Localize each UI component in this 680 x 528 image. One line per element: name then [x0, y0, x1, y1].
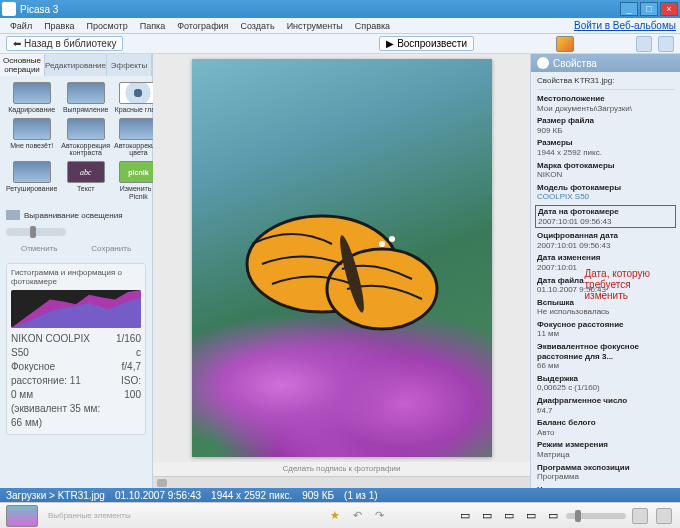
properties-list[interactable]: Свойства KTR31.jpg: МестоположениеМои до… — [531, 72, 680, 488]
focal-mm: 0 мм — [11, 388, 109, 402]
tool-6[interactable]: Ретуширование — [6, 161, 57, 200]
menu-view[interactable]: Просмотр — [81, 21, 134, 31]
view2-icon[interactable]: ▭ — [478, 507, 496, 525]
rotate-left-icon[interactable]: ↶ — [348, 507, 366, 525]
play-icon: ▶ — [386, 38, 394, 49]
prop-label: Оцифрованная дата — [537, 231, 674, 241]
prop-label: Марка фотокамеры — [537, 161, 674, 171]
prop-label: Баланс белого — [537, 418, 674, 428]
back-button[interactable]: ⬅ Назад в библиотеку — [6, 36, 123, 51]
thumb-icon — [556, 36, 574, 52]
tool-icon: picnik — [119, 161, 157, 183]
focal-eq: (эквивалент 35 мм: 66 мм) — [11, 402, 109, 430]
menu-tools[interactable]: Инструменты — [281, 21, 349, 31]
tool-3[interactable]: Мне повезёт! — [6, 118, 57, 157]
tray-thumb[interactable] — [6, 505, 38, 527]
tray-bar: Выбранные элементы ★ ↶ ↷ ▭ ▭ ▭ ▭ ▭ — [0, 502, 680, 528]
prop-value: 2007:10:01 09:56:43 — [538, 217, 673, 227]
aperture-info: f/4,7 — [109, 360, 141, 374]
prop-row: Размер файла909 КБ — [537, 116, 674, 135]
maximize-button[interactable]: □ — [640, 2, 658, 16]
menu-file[interactable]: Файл — [4, 21, 38, 31]
main: Основные операции Редактирование Эффекты… — [0, 54, 680, 488]
view5-icon[interactable]: ▭ — [544, 507, 562, 525]
tool-grid: КадрированиеВыпрямлениеКрасные глазаМне … — [0, 76, 152, 206]
tool-7[interactable]: abcТекст — [61, 161, 110, 200]
fill-light-label: Выравнивание освещения — [24, 211, 146, 220]
prop-value: 0,00625 с (1/160) — [537, 383, 674, 393]
zoom-fit-icon[interactable] — [632, 508, 648, 524]
pin-icon[interactable] — [636, 36, 652, 52]
tag-icon[interactable] — [658, 36, 674, 52]
selected-label: Выбранные элементы — [48, 511, 322, 520]
fill-light-icon — [6, 210, 20, 220]
zoom-100-icon[interactable] — [656, 508, 672, 524]
prop-value: 909 КБ — [537, 126, 674, 136]
status-date: 01.10.2007 9:56:43 — [115, 490, 201, 501]
tool-icon: abc — [67, 161, 105, 183]
prop-row: Режим измеренияМатрица — [537, 440, 674, 459]
prop-label: Фокусное расстояние — [537, 320, 674, 330]
play-button[interactable]: ▶ Воспроизвести — [379, 36, 474, 51]
status-dim: 1944 x 2592 пикс. — [211, 490, 292, 501]
prop-label: Местоположение — [537, 94, 674, 104]
menu-create[interactable]: Создать — [234, 21, 280, 31]
star-icon[interactable]: ★ — [326, 507, 344, 525]
save-button[interactable]: Сохранить — [91, 244, 131, 253]
prop-row: Фокусное расстояние11 мм — [537, 320, 674, 339]
tab-effects[interactable]: Эффекты — [107, 54, 152, 76]
prop-row: Марка фотокамерыNIKON — [537, 161, 674, 180]
tool-label: Текст — [77, 185, 95, 193]
prop-row: Диафрагменное числоf/4.7 — [537, 396, 674, 415]
status-size: 909 КБ — [302, 490, 334, 501]
tool-1[interactable]: Выпрямление — [61, 82, 110, 114]
edit-tabs: Основные операции Редактирование Эффекты — [0, 54, 152, 76]
tab-tuning[interactable]: Редактирование — [45, 54, 107, 76]
tool-icon — [13, 82, 51, 104]
prop-label: Модель фотокамеры — [537, 183, 674, 193]
statusbar: Загрузки > KTR31.jpg 01.10.2007 9:56:43 … — [0, 488, 680, 502]
menubar: Файл Правка Просмотр Папка Фотография Со… — [0, 18, 680, 34]
tool-label: Мне повезёт! — [10, 142, 53, 150]
app-title: Picasa 3 — [20, 4, 58, 15]
arrow-left-icon: ⬅ — [13, 38, 21, 49]
prop-label: Режим измерения — [537, 440, 674, 450]
view3-icon[interactable]: ▭ — [500, 507, 518, 525]
close-button[interactable]: × — [660, 2, 678, 16]
prop-row: Дата на фотокамере2007:10:01 09:56:43 — [535, 205, 676, 228]
iso-info: ISO: 100 — [109, 374, 141, 402]
zoom-slider[interactable] — [566, 513, 626, 519]
prop-label: Диафрагменное число — [537, 396, 674, 406]
toolbar: ⬅ Назад в библиотеку ▶ Воспроизвести — [0, 34, 680, 54]
image-area: Сделать подпись к фотографии — [153, 54, 530, 488]
tab-basic[interactable]: Основные операции — [0, 54, 45, 76]
minimize-button[interactable]: _ — [620, 2, 638, 16]
view4-icon[interactable]: ▭ — [522, 507, 540, 525]
tool-4[interactable]: Автокоррекция контраста — [61, 118, 110, 157]
tool-icon — [119, 82, 157, 104]
app-icon — [2, 2, 16, 16]
prop-label: Эквивалентное фокусное расстояние для 3.… — [537, 342, 674, 361]
prop-value: 1944 x 2592 пикс. — [537, 148, 674, 158]
prop-row: Оцифрованная дата2007:10:01 09:56:43 — [537, 231, 674, 250]
prop-row: Модель фотокамерыCOOLPIX S50 — [537, 183, 674, 202]
filmstrip-scrollbar[interactable] — [153, 476, 530, 488]
undo-button[interactable]: Отменить — [21, 244, 58, 253]
main-image[interactable] — [192, 59, 492, 457]
camera-model: NIKON COOLPIX S50 — [11, 332, 109, 360]
view1-icon[interactable]: ▭ — [456, 507, 474, 525]
menu-photo[interactable]: Фотография — [171, 21, 234, 31]
menu-help[interactable]: Справка — [349, 21, 396, 31]
butterfly-icon — [232, 194, 462, 349]
menu-folder[interactable]: Папка — [134, 21, 172, 31]
prop-value: Авто — [537, 428, 674, 438]
tool-0[interactable]: Кадрирование — [6, 82, 57, 114]
svg-point-3 — [389, 236, 395, 242]
login-link[interactable]: Войти в Веб-альбомы — [574, 20, 676, 31]
rotate-right-icon[interactable]: ↷ — [370, 507, 388, 525]
tool-label: Кадрирование — [8, 106, 55, 114]
prop-row: МестоположениеМои документы\Загрузки\ — [537, 94, 674, 113]
fill-light-slider[interactable] — [6, 228, 66, 236]
menu-edit[interactable]: Правка — [38, 21, 80, 31]
caption-input[interactable]: Сделать подпись к фотографии — [153, 462, 530, 476]
